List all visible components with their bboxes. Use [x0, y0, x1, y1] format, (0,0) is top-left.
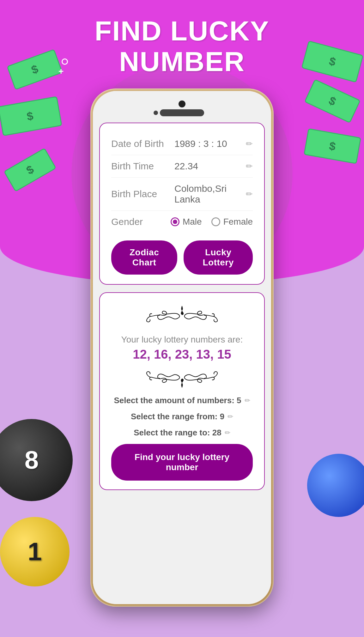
range-to-row: Select the range to: 28 ✏ [111, 428, 253, 438]
lucky-numbers: 12, 16, 23, 13, 15 [111, 347, 253, 361]
phone-dot [154, 111, 158, 115]
date-of-birth-label: Date of Birth [111, 138, 174, 149]
female-radio[interactable]: Female [211, 217, 253, 227]
birth-place-value: Colombo,Sri Lanka [174, 183, 246, 205]
birth-time-label: Birth Time [111, 161, 174, 172]
date-of-birth-row: Date of Birth 1989 : 3 : 10 ✏ [111, 133, 253, 155]
phone-inner: Date of Birth 1989 : 3 : 10 ✏ Birth Time… [93, 91, 271, 604]
birth-time-edit-icon[interactable]: ✏ [246, 161, 253, 171]
birth-place-label: Birth Place [111, 189, 174, 199]
male-radio[interactable]: Male [171, 217, 202, 227]
action-buttons: Zodiac Chart Lucky Lottery [111, 240, 253, 275]
phone-camera [179, 100, 185, 107]
birth-place-edit-icon[interactable]: ✏ [246, 189, 253, 199]
page-title: FIND LUCKY NUMBER [0, 16, 364, 77]
zodiac-chart-button[interactable]: Zodiac Chart [111, 240, 177, 275]
range-from-text: Select the range from: 9 [131, 412, 224, 422]
birth-time-value: 22.34 [174, 161, 246, 172]
gender-label: Gender [111, 216, 171, 227]
range-from-row: Select the range from: 9 ✏ [111, 412, 253, 422]
male-radio-circle [171, 217, 179, 226]
billiard-ball-blue [307, 454, 364, 517]
gender-row: Gender Male Female [111, 211, 253, 233]
phone-frame: Date of Birth 1989 : 3 : 10 ✏ Birth Time… [90, 88, 274, 607]
birth-place-row: Birth Place Colombo,Sri Lanka ✏ [111, 178, 253, 211]
amount-edit-icon[interactable]: ✏ [245, 397, 250, 405]
range-to-text: Select the range to: 28 [134, 428, 221, 438]
amount-setting-text: Select the amount of numbers: 5 [114, 396, 241, 405]
date-of-birth-edit-icon[interactable]: ✏ [246, 139, 253, 149]
phone-notch [93, 91, 271, 123]
female-label: Female [223, 217, 253, 227]
range-from-edit-icon[interactable]: ✏ [228, 413, 233, 421]
phone-content: Date of Birth 1989 : 3 : 10 ✏ Birth Time… [93, 123, 271, 604]
male-label: Male [183, 217, 202, 227]
bottom-ornament [111, 364, 253, 389]
billiard-ball-1: 1 [0, 517, 70, 586]
result-card: Your lucky lottery numbers are: 12, 16, … [99, 292, 265, 490]
find-lucky-button[interactable]: Find your lucky lottery number [111, 444, 253, 481]
top-ornament [111, 304, 253, 330]
lucky-text: Your lucky lottery numbers are: [111, 335, 253, 345]
phone-speaker [160, 109, 204, 116]
female-radio-circle [211, 217, 220, 226]
lucky-lottery-button[interactable]: Lucky Lottery [184, 240, 253, 275]
amount-setting-row: Select the amount of numbers: 5 ✏ [111, 396, 253, 405]
gender-radio-group: Male Female [171, 217, 253, 227]
birth-time-row: Birth Time 22.34 ✏ [111, 155, 253, 178]
date-of-birth-value: 1989 : 3 : 10 [174, 138, 246, 149]
form-card: Date of Birth 1989 : 3 : 10 ✏ Birth Time… [99, 123, 265, 285]
range-to-edit-icon[interactable]: ✏ [225, 429, 230, 437]
billiard-ball-8: 8 [0, 419, 73, 501]
